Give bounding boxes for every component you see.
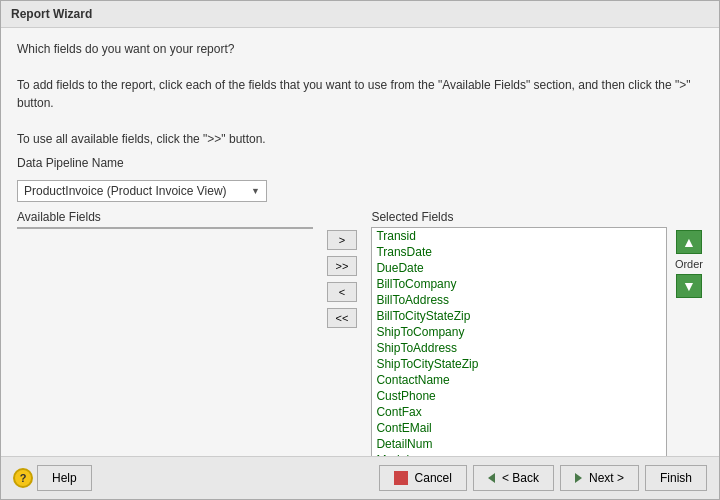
- list-item[interactable]: ContEMail: [372, 420, 666, 436]
- move-right-button[interactable]: >: [327, 230, 357, 250]
- list-item[interactable]: DueDate: [372, 260, 666, 276]
- selected-fields-col: Selected Fields TransidTransDateDueDateB…: [371, 210, 667, 456]
- next-button[interactable]: Next >: [560, 465, 639, 491]
- list-item[interactable]: ContFax: [372, 404, 666, 420]
- list-item[interactable]: BillToCityStateZip: [372, 308, 666, 324]
- list-item[interactable]: ContactName: [372, 372, 666, 388]
- list-item[interactable]: DetailNum: [372, 436, 666, 452]
- instruction-line2: To add fields to the report, click each …: [17, 76, 703, 112]
- report-wizard-window: Report Wizard Which fields do you want o…: [0, 0, 720, 500]
- list-item[interactable]: TransDate: [372, 244, 666, 260]
- order-down-button[interactable]: ▼: [676, 274, 702, 298]
- footer-left: ? Help: [13, 465, 92, 491]
- title-bar: Report Wizard: [1, 1, 719, 28]
- list-item[interactable]: BillToAddress: [372, 292, 666, 308]
- instruction-line3: To use all available fields, click the "…: [17, 130, 703, 148]
- move-all-left-button[interactable]: <<: [327, 308, 358, 328]
- instructions-block: Which fields do you want on your report?…: [17, 40, 703, 148]
- back-button[interactable]: < Back: [473, 465, 554, 491]
- footer: ? Help Cancel < Back Next > Finish: [1, 456, 719, 499]
- instruction-line1: Which fields do you want on your report?: [17, 40, 703, 58]
- available-fields-listbox[interactable]: [17, 227, 313, 229]
- available-fields-label: Available Fields: [17, 210, 313, 224]
- content-area: Which fields do you want on your report?…: [1, 28, 719, 456]
- pipeline-row: ProductInvoice (Product Invoice View) ▼: [17, 180, 703, 202]
- order-label: Order: [675, 258, 703, 270]
- pipeline-label: Data Pipeline Name: [17, 156, 703, 170]
- next-label: Next >: [589, 471, 624, 485]
- available-fields-col: Available Fields: [17, 210, 313, 229]
- help-button[interactable]: Help: [37, 465, 92, 491]
- selected-fields-listbox[interactable]: TransidTransDateDueDateBillToCompanyBill…: [371, 227, 667, 456]
- fields-section: Available Fields > >> < << Selected Fiel…: [17, 210, 703, 444]
- cancel-button[interactable]: Cancel: [379, 465, 467, 491]
- back-icon: [488, 473, 495, 483]
- list-item[interactable]: ShipToAddress: [372, 340, 666, 356]
- pipeline-value: ProductInvoice (Product Invoice View): [24, 184, 227, 198]
- help-icon: ?: [13, 468, 33, 488]
- next-icon: [575, 473, 582, 483]
- finish-button[interactable]: Finish: [645, 465, 707, 491]
- order-up-button[interactable]: ▲: [676, 230, 702, 254]
- list-item[interactable]: Transid: [372, 228, 666, 244]
- window-title: Report Wizard: [11, 7, 92, 21]
- list-item[interactable]: CustPhone: [372, 388, 666, 404]
- move-all-right-button[interactable]: >>: [327, 256, 358, 276]
- list-item[interactable]: ShipToCompany: [372, 324, 666, 340]
- list-item[interactable]: BillToCompany: [372, 276, 666, 292]
- transfer-buttons-group: > >> < <<: [321, 210, 364, 328]
- footer-right: Cancel < Back Next > Finish: [379, 465, 707, 491]
- cancel-icon: [394, 471, 408, 485]
- order-col: ▲ Order ▼: [675, 210, 703, 298]
- back-label: < Back: [502, 471, 539, 485]
- move-left-button[interactable]: <: [327, 282, 357, 302]
- list-item[interactable]: ShipToCityStateZip: [372, 356, 666, 372]
- pipeline-dropdown-icon: ▼: [251, 186, 260, 196]
- selected-fields-label: Selected Fields: [371, 210, 667, 224]
- pipeline-select-display[interactable]: ProductInvoice (Product Invoice View) ▼: [17, 180, 267, 202]
- cancel-label: Cancel: [415, 471, 452, 485]
